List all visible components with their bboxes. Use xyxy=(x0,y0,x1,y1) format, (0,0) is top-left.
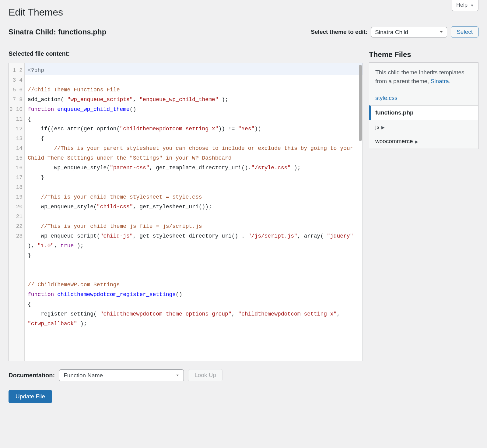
select-button[interactable]: Select xyxy=(451,26,478,37)
file-item-style-css[interactable]: style.css xyxy=(369,91,478,105)
chevron-right-icon: ▶ xyxy=(381,125,385,130)
update-file-button[interactable]: Update File xyxy=(9,390,52,403)
theme-select[interactable]: Sinatra Child xyxy=(371,27,447,37)
help-label: Help xyxy=(456,2,468,8)
folder-item-woocommerce[interactable]: woocommerce▶ xyxy=(369,134,478,149)
select-theme-label: Select theme to edit: xyxy=(311,29,367,35)
file-item-functions-php[interactable]: functions.php xyxy=(369,105,478,120)
file-list: style.css functions.php js▶ woocommerce▶ xyxy=(369,91,478,149)
folder-item-js[interactable]: js▶ xyxy=(369,120,478,134)
code-editor[interactable]: 1 2 3 4 5 6 7 8 9 10 11 12 13 14 15 16 1… xyxy=(9,63,363,361)
theme-files-description: This child theme inherits templates from… xyxy=(369,63,478,91)
current-file-heading: Sinatra Child: functions.php xyxy=(9,28,106,36)
page-title: Edit Themes xyxy=(9,0,478,18)
theme-files-title: Theme Files xyxy=(369,50,478,59)
selected-file-content-label: Selected file content: xyxy=(9,50,363,57)
documentation-select[interactable]: Function Name… xyxy=(59,369,184,381)
line-number-gutter: 1 2 3 4 5 6 7 8 9 10 11 12 13 14 15 16 1… xyxy=(9,63,25,361)
code-area[interactable]: <?php //Child Theme Functions File add_a… xyxy=(25,63,363,361)
theme-files-box: This child theme inherits templates from… xyxy=(369,62,478,149)
chevron-right-icon: ▶ xyxy=(415,139,418,144)
parent-theme-link[interactable]: Sinatra xyxy=(431,78,449,84)
scrollbar[interactable] xyxy=(359,65,362,141)
help-button[interactable]: Help ▼ xyxy=(452,0,478,11)
documentation-label: Documentation: xyxy=(9,372,55,379)
lookup-button[interactable]: Look Up xyxy=(188,369,222,381)
chevron-down-icon: ▼ xyxy=(470,3,474,8)
